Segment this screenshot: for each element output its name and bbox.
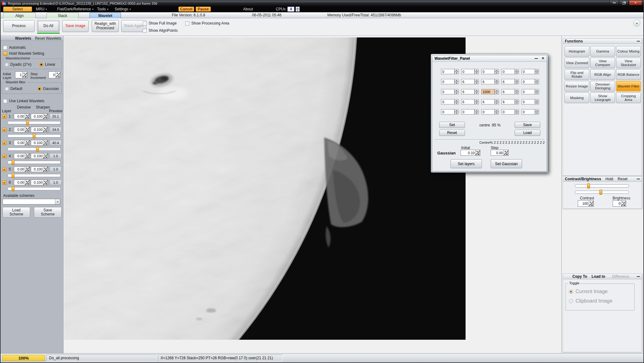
current-image-radio[interactable]: [569, 290, 573, 294]
save-button[interactable]: Save: [515, 122, 540, 128]
spin-down-icon[interactable]: ▼: [478, 153, 480, 155]
spin-down-icon[interactable]: ▼: [27, 117, 29, 119]
spin-down-icon[interactable]: ▼: [535, 72, 539, 75]
spin-up-icon[interactable]: ▲: [44, 167, 46, 169]
spin-buttons[interactable]: ▲▼: [535, 109, 539, 114]
layer-3-enable-checkbox[interactable]: ✓: [3, 141, 7, 145]
filter-cell-value[interactable]: 6: [481, 79, 495, 84]
dialog-titlebar[interactable]: WaveletFilter_Panel ✕: [432, 55, 547, 62]
spin-down-icon[interactable]: ▼: [475, 92, 479, 95]
brightness-stepper[interactable]: 0▲▼: [613, 200, 626, 207]
do-all-button[interactable]: Do All: [37, 20, 60, 32]
layer-4-denoise-stepper[interactable]: 0.00▲▼: [14, 153, 30, 159]
step-increment-value[interactable]: 0: [48, 71, 56, 78]
filter-cell-value[interactable]: 0: [461, 109, 475, 114]
layer-5-denoise-stepper[interactable]: 0.00▲▼: [14, 166, 30, 172]
filter-cell-4-2[interactable]: 0▲▼: [481, 109, 499, 114]
spin-down-icon[interactable]: ▼: [515, 82, 519, 85]
spin-up-icon[interactable]: ▲: [25, 154, 28, 156]
spin-down-icon[interactable]: ▼: [515, 72, 519, 75]
layer-1-enable-checkbox[interactable]: ✓: [3, 114, 7, 119]
function-cropping-area-button[interactable]: Cropping Area: [616, 92, 641, 103]
filter-cell-value[interactable]: 0: [521, 109, 535, 114]
hold-button[interactable]: Hold: [605, 177, 613, 181]
spin-down-icon[interactable]: ▼: [495, 102, 499, 105]
show-full-image-checkbox[interactable]: [143, 21, 147, 25]
layer-5-denoise-value[interactable]: 0.00: [14, 166, 25, 172]
spin-up-icon[interactable]: ▲: [25, 167, 28, 169]
filter-cell-1-2[interactable]: 6▲▼: [481, 79, 499, 84]
filter-cell-value[interactable]: 6: [481, 99, 495, 104]
spin-buttons[interactable]: ▲▼: [515, 99, 519, 104]
filter-cell-0-0[interactable]: 0▲▼: [441, 69, 459, 74]
filter-cell-0-4[interactable]: 0▲▼: [521, 69, 539, 74]
spin-buttons[interactable]: ▲▼: [535, 99, 539, 104]
filter-cell-value[interactable]: 0: [521, 79, 535, 84]
show-processing-area-checkbox[interactable]: [185, 21, 189, 25]
spin-buttons[interactable]: ▲▼: [515, 79, 519, 84]
filter-cell-value[interactable]: 0: [441, 89, 455, 94]
spin-down-icon[interactable]: ▼: [506, 153, 508, 155]
filter-cell-value[interactable]: 1000: [481, 89, 495, 94]
spin-buttons[interactable]: ▲▼: [504, 150, 509, 156]
spin-down-icon[interactable]: ▼: [623, 204, 625, 206]
filter-cell-value[interactable]: 6: [461, 99, 475, 104]
spin-down-icon[interactable]: ▼: [27, 130, 29, 132]
layer-6-slider[interactable]: [8, 187, 61, 190]
spin-up-icon[interactable]: ▲: [44, 154, 46, 156]
spin-up-icon[interactable]: ▲: [515, 109, 519, 112]
collapse-panel-icon[interactable]: [637, 41, 640, 42]
reset-wavelets-button[interactable]: Reset Wavelets: [35, 36, 61, 41]
layer-6-denoise-value[interactable]: 0.00: [14, 180, 25, 185]
layer-5-slider[interactable]: [8, 174, 61, 177]
spin-down-icon[interactable]: ▼: [45, 170, 47, 172]
pause-button[interactable]: Pause: [196, 7, 211, 12]
menu-about[interactable]: About: [243, 7, 253, 12]
copy-to-button[interactable]: Copy To: [572, 274, 587, 279]
tab-align[interactable]: Align: [3, 13, 36, 18]
spin-up-icon[interactable]: ▲: [455, 69, 459, 72]
layer-2-denoise-stepper[interactable]: 0.00▲▼: [14, 127, 30, 132]
spin-buttons[interactable]: ▲▼: [535, 69, 539, 74]
spin-buttons[interactable]: ▲▼: [495, 99, 499, 104]
layer-5-enable-checkbox[interactable]: ✓: [3, 167, 7, 171]
layer-2-sharpen-value[interactable]: 0.100: [31, 127, 43, 132]
save-scheme-button[interactable]: Save Scheme: [34, 207, 62, 218]
spin-down-icon[interactable]: ▼: [45, 143, 47, 145]
dialog-minimize-button[interactable]: [535, 58, 538, 59]
filter-cell-value[interactable]: 0: [501, 69, 515, 74]
use-linked-wavelets-checkbox[interactable]: [3, 99, 7, 103]
save-image-button[interactable]: Save image: [62, 20, 89, 32]
layer-1-sharpen-stepper[interactable]: 0.100▲▼: [31, 114, 48, 119]
spin-down-icon[interactable]: ▼: [495, 72, 499, 75]
spin-up-icon[interactable]: ▲: [504, 150, 506, 152]
spin-up-icon[interactable]: ▲: [44, 140, 46, 142]
automatic-checkbox[interactable]: [3, 46, 7, 50]
filter-cell-value[interactable]: 0: [481, 69, 495, 74]
linear-radio[interactable]: [39, 63, 43, 67]
spin-buttons[interactable]: ▲▼: [515, 69, 519, 74]
slider-thumb[interactable]: [26, 120, 29, 125]
layer-3-denoise-value[interactable]: 0.00: [14, 140, 25, 146]
reset-button[interactable]: Reset: [618, 177, 627, 181]
gaussian-initial-stepper[interactable]: 0.10▲▼: [461, 150, 480, 156]
spin-down-icon[interactable]: ▼: [495, 112, 499, 115]
spin-buttons[interactable]: ▲▼: [43, 127, 48, 132]
spin-up-icon[interactable]: ▲: [475, 109, 479, 112]
spin-buttons[interactable]: ▲▼: [23, 71, 27, 78]
spin-up-icon[interactable]: ▲: [455, 89, 459, 92]
layer-1-denoise-stepper[interactable]: 0.00▲▼: [14, 114, 30, 119]
menu-mru[interactable]: MRU▾: [36, 7, 47, 12]
spin-down-icon[interactable]: ▼: [475, 72, 479, 75]
function-masking-button[interactable]: Masking: [565, 92, 589, 103]
filter-cell-0-3[interactable]: 0▲▼: [501, 69, 519, 74]
spin-up-icon[interactable]: ▲: [296, 7, 300, 9]
layer-2-slider[interactable]: [8, 134, 61, 137]
spin-down-icon[interactable]: ▼: [45, 130, 47, 132]
function-rgb-balance-button[interactable]: RGB Balance: [616, 69, 641, 80]
slider-thumb[interactable]: [36, 147, 39, 152]
filter-cell-value[interactable]: 0: [441, 109, 455, 114]
function-wavelet-filter-button[interactable]: Wavelet Filter: [616, 81, 641, 92]
spin-down-icon[interactable]: ▼: [475, 102, 479, 105]
spin-down-icon[interactable]: ▼: [296, 9, 300, 12]
